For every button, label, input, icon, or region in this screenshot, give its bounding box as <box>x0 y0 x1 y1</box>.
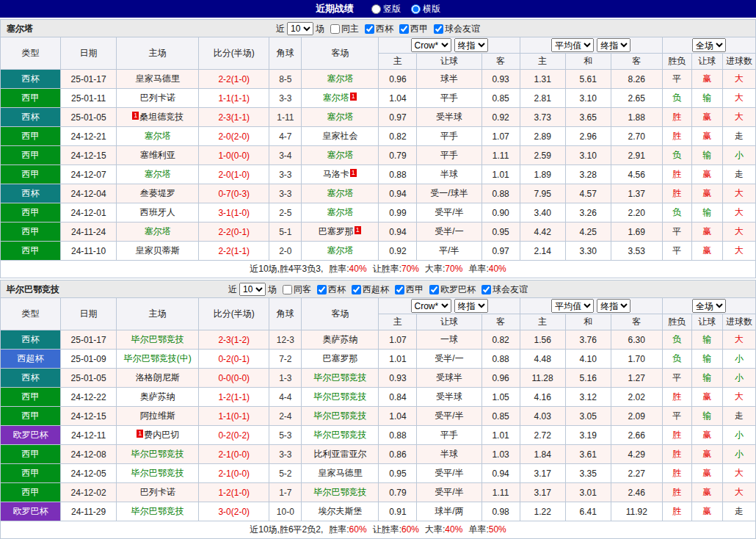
match-score[interactable]: 0-2(0-2) <box>199 426 269 445</box>
same-venue-checkbox-box[interactable] <box>330 24 340 34</box>
same-venue-checkbox[interactable]: 同主 <box>330 20 359 37</box>
competition-checkbox-box[interactable] <box>429 285 439 294</box>
match-score[interactable]: 1-1(1-1) <box>199 89 269 108</box>
team-link[interactable]: 巴列卡诺 <box>140 93 175 103</box>
competition-checkbox-box[interactable] <box>434 24 443 34</box>
layout-option-horizontal[interactable]: 横版 <box>411 3 440 15</box>
team-link[interactable]: 毕尔巴鄂竞技 <box>313 487 366 497</box>
team-link[interactable]: 奥萨苏纳 <box>322 334 357 344</box>
team-link[interactable]: 毕尔巴鄂竞技 <box>131 506 184 516</box>
competition-checkbox-box[interactable] <box>352 285 361 294</box>
match-score[interactable]: 2-2(1-1) <box>199 242 269 261</box>
team-link[interactable]: 塞尔塔 <box>327 245 353 256</box>
team-link[interactable]: 毕尔巴鄂竞技 <box>313 372 366 383</box>
team-link[interactable]: 毕尔巴鄂竞技 <box>313 410 366 421</box>
competition-checkbox[interactable]: 球会友谊 <box>434 20 480 37</box>
team-link[interactable]: 塞尔塔 <box>145 169 171 179</box>
team-link[interactable]: 奥萨苏纳 <box>140 391 175 402</box>
match-score[interactable]: 0-7(0-3) <box>199 184 269 203</box>
result-goals: 大 <box>722 223 755 242</box>
team-link[interactable]: 皇家马德里 <box>136 73 180 84</box>
match-score[interactable]: 1-0(0-0) <box>199 146 269 165</box>
team-link[interactable]: 费内巴切 <box>144 430 179 440</box>
competition-checkbox-box[interactable] <box>317 285 327 294</box>
layout-option-vertical[interactable]: 竖版 <box>371 3 401 15</box>
competition-checkbox-box[interactable] <box>365 24 374 34</box>
team-link[interactable]: 毕尔巴鄂竞技 <box>131 449 184 459</box>
match-score[interactable]: 1-1(0-1) <box>199 407 269 426</box>
team-link[interactable]: 巴列卡诺 <box>140 487 175 497</box>
team-link[interactable]: 塞尔塔 <box>145 131 171 141</box>
match-score[interactable]: 2-1(0-0) <box>199 445 269 464</box>
match-score[interactable]: 3-0(2-0) <box>199 502 269 521</box>
competition-checkbox[interactable]: 西甲 <box>399 20 428 37</box>
competition-checkbox-box[interactable] <box>399 24 409 34</box>
competition-checkbox-box[interactable] <box>481 285 491 294</box>
team-link[interactable]: 洛格朗尼斯 <box>136 372 180 383</box>
team-link[interactable]: 塞维利亚 <box>140 150 175 160</box>
team-link[interactable]: 桑坦德竞技 <box>139 112 183 122</box>
team-link[interactable]: 西班牙人 <box>140 207 175 217</box>
team-link[interactable]: 毕尔巴鄂竞技 <box>131 468 184 478</box>
team-link[interactable]: 巴塞罗那 <box>322 353 357 363</box>
match-score[interactable]: 0-0(0-0) <box>199 369 269 388</box>
same-venue-checkbox-box[interactable] <box>283 285 292 294</box>
avg-away-odds: 2.70 <box>611 127 662 146</box>
team-link[interactable]: 皇家马德里 <box>318 468 362 478</box>
team-link[interactable]: 皇家社会 <box>322 131 357 141</box>
competition-checkbox[interactable]: 西甲 <box>395 281 424 298</box>
scope-select[interactable]: 全场 <box>692 38 726 52</box>
league-type-badge: 西杯 <box>1 330 61 350</box>
team-link[interactable]: 叁蒌堤罗 <box>140 188 175 198</box>
team-link[interactable]: 毕尔巴鄂竞技 <box>313 430 366 440</box>
average-select[interactable]: 平均值 <box>551 38 594 52</box>
final-odds-select[interactable]: 终指 <box>597 299 630 313</box>
match-score[interactable]: 2-1(0-0) <box>199 464 269 483</box>
team-link[interactable]: 皇家贝蒂斯 <box>136 245 180 256</box>
team-link[interactable]: 毕尔巴鄂竞技 <box>131 334 184 344</box>
same-venue-checkbox[interactable]: 同客 <box>283 281 311 298</box>
match-count-select[interactable]: 10 <box>239 283 266 296</box>
match-count-select[interactable]: 10 <box>287 22 313 35</box>
competition-checkbox-box[interactable] <box>395 285 404 294</box>
competition-checkbox[interactable]: 球会友谊 <box>481 281 528 298</box>
match-score[interactable]: 1-2(1-1) <box>199 388 269 407</box>
layout-vertical-radio[interactable] <box>371 4 381 14</box>
competition-checkbox[interactable]: 西杯 <box>317 281 346 298</box>
match-score[interactable]: 0-2(0-1) <box>199 350 269 369</box>
team-link[interactable]: 塞尔塔 <box>327 112 353 122</box>
team-link[interactable]: 塞尔塔 <box>145 226 171 236</box>
match-score[interactable]: 1-2(1-0) <box>199 483 269 502</box>
team-link[interactable]: 比利亚雷亚尔 <box>313 449 366 459</box>
team-link[interactable]: 塞尔塔 <box>327 73 353 84</box>
average-select[interactable]: 平均值 <box>551 299 594 313</box>
bookmaker-select[interactable]: Crow* <box>411 299 451 313</box>
match-score[interactable]: 2-0(1-0) <box>199 165 269 184</box>
bookmaker-select[interactable]: Crow* <box>411 38 451 52</box>
match-score[interactable]: 2-2(0-1) <box>199 223 269 242</box>
team-link[interactable]: 塞尔塔 <box>327 150 353 160</box>
team-link[interactable]: 毕尔巴鄂竞技 <box>313 391 366 402</box>
team-link[interactable]: 马洛卡 <box>323 169 349 179</box>
match-score[interactable]: 3-1(1-0) <box>199 203 269 223</box>
scope-select[interactable]: 全场 <box>692 299 726 313</box>
layout-horizontal-radio[interactable] <box>411 4 421 14</box>
corner-score: 2-4 <box>269 407 302 426</box>
final-odds-select[interactable]: 终指 <box>454 299 488 313</box>
match-score[interactable]: 2-0(2-0) <box>199 127 269 146</box>
competition-checkbox[interactable]: 西超杯 <box>352 281 389 298</box>
final-odds-select[interactable]: 终指 <box>597 38 630 52</box>
team-link[interactable]: 塞尔塔 <box>327 188 353 198</box>
team-link[interactable]: 埃尔夫斯堡 <box>318 506 362 516</box>
match-score[interactable]: 2-2(1-0) <box>199 70 269 89</box>
team-link[interactable]: 阿拉维斯 <box>140 410 175 421</box>
team-link[interactable]: 巴塞罗那 <box>319 226 354 236</box>
competition-checkbox[interactable]: 欧罗巴杯 <box>429 281 476 298</box>
team-link[interactable]: 毕尔巴鄂竞技(中) <box>124 353 192 363</box>
match-score[interactable]: 2-3(1-1) <box>199 108 269 127</box>
team-link[interactable]: 塞尔塔 <box>327 207 353 217</box>
final-odds-select[interactable]: 终指 <box>454 38 488 52</box>
match-score[interactable]: 2-3(1-2) <box>199 330 269 350</box>
team-link[interactable]: 塞尔塔 <box>323 93 349 103</box>
competition-checkbox[interactable]: 西杯 <box>365 20 393 37</box>
